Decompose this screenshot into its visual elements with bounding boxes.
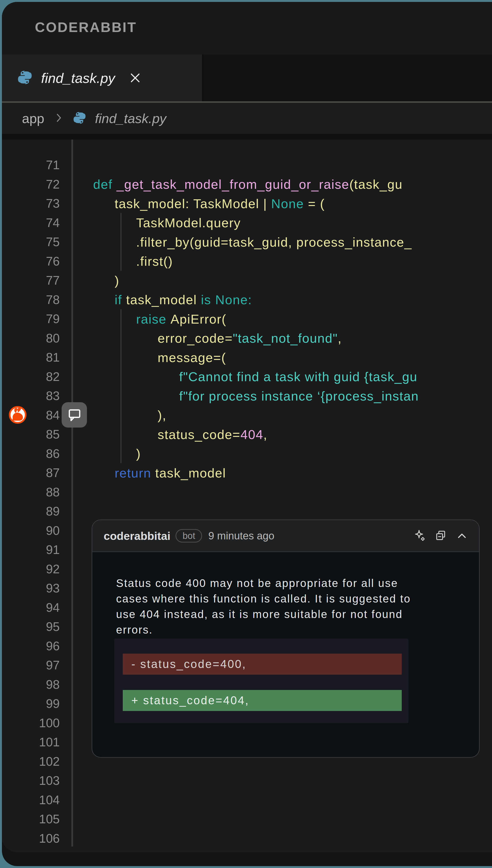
- line-number[interactable]: 98: [2, 675, 60, 694]
- code-line: task_model: TaskModel | None = (: [93, 194, 325, 213]
- code-line: f"for process instance ‘{process_instan: [93, 386, 419, 405]
- speech-bubble-icon: [66, 407, 82, 423]
- line-number[interactable]: 83: [2, 386, 60, 405]
- line-number[interactable]: 86: [2, 444, 60, 463]
- line-number[interactable]: 104: [2, 790, 60, 810]
- close-tab-icon[interactable]: [127, 70, 143, 86]
- code-token: return: [115, 466, 155, 480]
- separator: [2, 134, 492, 140]
- line-number[interactable]: 97: [2, 656, 60, 675]
- python-file-icon: [17, 70, 32, 86]
- app-title: CODERABBIT: [35, 19, 137, 35]
- comment-text-line: errors.: [116, 622, 458, 638]
- line-number[interactable]: 76: [2, 252, 60, 271]
- code-token: = (: [304, 196, 325, 211]
- line-number[interactable]: 94: [2, 598, 60, 617]
- comment-text-line: Status code 400 may not be appropriate f…: [116, 576, 458, 591]
- line-number[interactable]: 72: [2, 175, 60, 194]
- line-number[interactable]: 73: [2, 194, 60, 213]
- code-token: status_code=: [157, 427, 241, 442]
- collapse-chevron-icon[interactable]: [455, 529, 469, 542]
- python-file-icon: [73, 111, 86, 125]
- sparkle-icon[interactable]: [413, 529, 426, 542]
- line-number[interactable]: 75: [2, 232, 60, 252]
- code-token: ): [136, 446, 141, 461]
- code-token: ,: [338, 331, 342, 346]
- gutter-divider: [71, 140, 73, 846]
- code-token: is None:: [201, 292, 252, 307]
- line-number[interactable]: 80: [2, 329, 60, 348]
- review-comment-card: coderabbitai bot 9 minutes ago: [92, 520, 479, 757]
- code-token: f"Cannot find a task with guid {task_gu: [179, 369, 417, 384]
- line-number[interactable]: 101: [2, 732, 60, 752]
- line-number[interactable]: 100: [2, 713, 60, 732]
- line-number[interactable]: 99: [2, 694, 60, 713]
- code-line: def _get_task_model_from_guid_or_raise(t…: [93, 175, 403, 194]
- line-number[interactable]: 87: [2, 463, 60, 482]
- code-line: return task_model: [93, 463, 226, 483]
- line-number[interactable]: 91: [2, 540, 60, 559]
- tab-filename: find_task.py: [41, 70, 115, 86]
- code-line: status_code=404,: [93, 425, 268, 444]
- code-line: raise ApiError(: [93, 309, 226, 329]
- comment-timestamp: 9 minutes ago: [208, 530, 274, 542]
- line-number[interactable]: 92: [2, 560, 60, 579]
- code-line: ): [93, 444, 141, 463]
- line-number[interactable]: 93: [2, 579, 60, 598]
- line-number[interactable]: 78: [2, 290, 60, 309]
- code-token: if: [115, 292, 126, 307]
- line-number[interactable]: 95: [2, 617, 60, 636]
- line-number[interactable]: 102: [2, 752, 60, 771]
- line-number[interactable]: 77: [2, 271, 60, 290]
- code-token: raise: [136, 312, 171, 326]
- code-token: .filter_by(guid=task_guid, process_insta…: [136, 235, 412, 250]
- code-token: ,: [264, 427, 268, 442]
- comment-bubble-button[interactable]: [62, 402, 87, 427]
- line-number[interactable]: 74: [2, 213, 60, 232]
- line-number[interactable]: 85: [2, 425, 60, 444]
- breadcrumb-folder[interactable]: app: [22, 111, 44, 126]
- coderabbit-logo-icon: [9, 406, 26, 424]
- code-token: task_model: [155, 466, 226, 480]
- code-line: TaskModel.query: [93, 213, 241, 233]
- line-number[interactable]: 89: [2, 502, 60, 521]
- tab-find-task[interactable]: find_task.py: [2, 54, 203, 101]
- comment-header: coderabbitai bot 9 minutes ago: [92, 520, 479, 552]
- code-token: def: [93, 177, 117, 192]
- line-number[interactable]: 106: [2, 829, 60, 848]
- code-line: message=(: [93, 348, 226, 367]
- chevron-right-icon: [52, 112, 65, 125]
- code-token: "task_not_found": [233, 331, 338, 346]
- diff-added-line: + status_code=404,: [123, 690, 402, 711]
- code-token: error_code=: [157, 331, 233, 346]
- line-number[interactable]: 71: [2, 155, 60, 174]
- code-token: (task_gu: [349, 177, 403, 192]
- code-token: task_model: [126, 292, 201, 307]
- line-number[interactable]: 103: [2, 771, 60, 790]
- code-line: ): [93, 271, 119, 290]
- line-number[interactable]: 81: [2, 348, 60, 367]
- line-number[interactable]: 88: [2, 483, 60, 502]
- bot-badge: bot: [175, 529, 202, 542]
- code-token: f"for process instance ‘{process_instan: [179, 389, 419, 403]
- code-token: ApiError(: [171, 312, 226, 326]
- code-token: _get_task_model_from_guid_or_raise: [117, 177, 349, 192]
- code-token: TaskModel.query: [136, 215, 241, 230]
- breadcrumb-filename[interactable]: find_task.py: [95, 111, 166, 126]
- code-token: task_model: TaskModel |: [115, 196, 271, 211]
- comment-text-line: cases where this function is called. It …: [116, 591, 458, 607]
- code-line: ),: [93, 405, 167, 425]
- code-token: 404: [241, 427, 264, 442]
- line-number[interactable]: 82: [2, 367, 60, 386]
- comment-author[interactable]: coderabbitai: [104, 530, 170, 542]
- copy-icon[interactable]: [434, 529, 448, 542]
- code-line: .filter_by(guid=task_guid, process_insta…: [93, 232, 412, 252]
- code-line: if task_model is None:: [93, 290, 252, 309]
- diff-removed-line: - status_code=400,: [123, 654, 402, 675]
- code-line: error_code="task_not_found",: [93, 329, 342, 348]
- suggested-diff: - status_code=400, + status_code=404,: [114, 638, 409, 723]
- line-number[interactable]: 90: [2, 521, 60, 540]
- line-number[interactable]: 105: [2, 810, 60, 828]
- line-number[interactable]: 79: [2, 309, 60, 328]
- line-number[interactable]: 96: [2, 636, 60, 656]
